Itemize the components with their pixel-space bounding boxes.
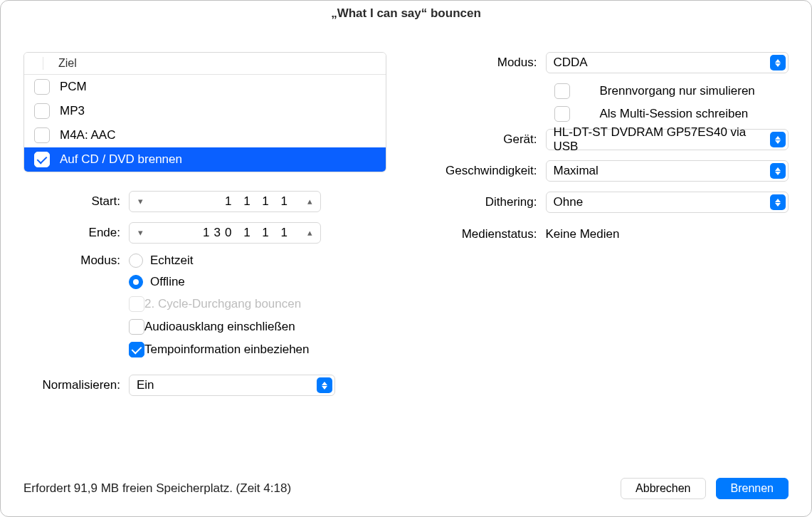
modus-offline-option[interactable]: Offline <box>129 275 386 289</box>
audio-tail-option[interactable]: Audioausklang einschließen <box>129 319 386 335</box>
target-row-pcm[interactable]: PCM <box>24 75 386 99</box>
simulate-burn-option[interactable]: Brennvorgang nur simulieren <box>554 83 789 99</box>
device-value: HL-DT-ST DVDRAM GP57ES40 via USB <box>554 125 771 154</box>
radio-icon[interactable] <box>129 254 143 268</box>
target-format-list: Ziel PCM MP3 M4A: AAC Auf CD / DVD brenn… <box>23 52 386 172</box>
modus-offline-label: Offline <box>150 275 185 289</box>
normalize-label: Normalisieren: <box>23 378 129 392</box>
radio-icon[interactable] <box>129 275 143 289</box>
tempo-info-label: Tempoinformation einbeziehen <box>144 343 310 357</box>
device-label: Gerät: <box>426 132 546 147</box>
media-status-value: Keine Medien <box>546 227 620 241</box>
multi-session-label: Als Multi-Session schreiben <box>600 107 749 121</box>
select-arrows-icon <box>770 163 786 179</box>
burn-modus-value: CDDA <box>554 56 588 70</box>
speed-select[interactable]: Maximal <box>546 160 789 182</box>
speed-value: Maximal <box>554 164 599 178</box>
required-space-label: Erfordert 91,9 MB freien Speicherplatz. … <box>23 481 291 496</box>
target-list-header[interactable]: Ziel <box>24 53 386 75</box>
start-value: 1 1 1 1 <box>151 194 299 209</box>
modus-realtime-label: Echtzeit <box>150 254 193 268</box>
end-label: Ende: <box>23 226 129 240</box>
target-row-burn[interactable]: Auf CD / DVD brennen <box>24 147 386 172</box>
checkbox-icon <box>129 296 144 312</box>
end-value: 130 1 1 1 <box>151 226 299 240</box>
simulate-burn-label: Brennvorgang nur simulieren <box>600 84 755 98</box>
target-label: M4A: AAC <box>60 128 115 142</box>
select-arrows-icon <box>770 132 786 147</box>
target-label: Auf CD / DVD brennen <box>60 152 182 167</box>
second-cycle-label: 2. Cycle-Durchgang bouncen <box>144 297 301 311</box>
target-row-m4a[interactable]: M4A: AAC <box>24 123 386 147</box>
bounce-dialog: „What I can say“ bouncen Ziel PCM MP3 M4… <box>0 0 812 517</box>
target-check-pcm[interactable] <box>34 79 50 95</box>
checkbox-icon[interactable] <box>129 342 144 357</box>
left-modus-label: Modus: <box>23 254 129 268</box>
checkbox-icon[interactable] <box>554 83 570 99</box>
window-title: „What I can say“ bouncen <box>1 1 811 26</box>
dither-value: Ohne <box>554 195 584 209</box>
tempo-info-option[interactable]: Tempoinformation einbeziehen <box>129 342 386 357</box>
modus-realtime-option[interactable]: Echtzeit <box>129 254 386 268</box>
start-label: Start: <box>23 194 129 209</box>
burn-button[interactable]: Brennen <box>716 478 789 499</box>
normalize-select[interactable]: Ein <box>129 375 335 396</box>
target-label: PCM <box>60 80 87 94</box>
target-check-mp3[interactable] <box>34 103 50 119</box>
speed-label: Geschwindigkeit: <box>426 164 546 178</box>
select-arrows-icon <box>770 194 786 210</box>
chevron-up-icon[interactable]: ▴ <box>299 192 320 212</box>
burn-modus-select[interactable]: CDDA <box>546 52 789 73</box>
target-check-m4a[interactable] <box>34 127 50 143</box>
chevron-up-icon[interactable]: ▴ <box>299 223 320 243</box>
checkbox-icon[interactable] <box>554 106 570 122</box>
end-position-field[interactable]: ▾ 130 1 1 1 ▴ <box>129 222 321 244</box>
multi-session-option[interactable]: Als Multi-Session schreiben <box>554 106 789 122</box>
media-status-label: Medienstatus: <box>426 227 546 241</box>
target-check-burn[interactable] <box>34 152 50 167</box>
audio-tail-label: Audioausklang einschließen <box>144 320 295 334</box>
normalize-value: Ein <box>137 378 154 392</box>
chevron-down-icon[interactable]: ▾ <box>130 223 151 243</box>
cancel-button[interactable]: Abbrechen <box>621 478 705 499</box>
checkbox-icon[interactable] <box>129 319 144 335</box>
target-label: MP3 <box>60 104 85 118</box>
right-modus-label: Modus: <box>426 56 546 70</box>
dither-select[interactable]: Ohne <box>546 192 789 213</box>
target-row-mp3[interactable]: MP3 <box>24 99 386 123</box>
start-position-field[interactable]: ▾ 1 1 1 1 ▴ <box>129 191 321 212</box>
dither-label: Dithering: <box>426 195 546 209</box>
select-arrows-icon <box>770 55 786 70</box>
device-select[interactable]: HL-DT-ST DVDRAM GP57ES40 via USB <box>546 129 789 150</box>
select-arrows-icon <box>317 377 332 393</box>
second-cycle-option: 2. Cycle-Durchgang bouncen <box>129 296 386 312</box>
chevron-down-icon[interactable]: ▾ <box>130 192 151 212</box>
